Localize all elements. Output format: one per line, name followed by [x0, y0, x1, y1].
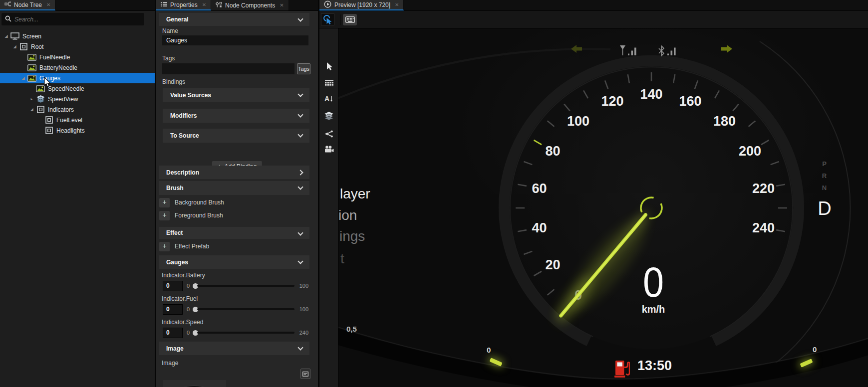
binding-group-value-sources[interactable]: Value Sources: [163, 88, 309, 102]
node-tree: ◢Screen◢RootFuelNeedleBatteryNeedle◢Gaug…: [0, 31, 155, 136]
share-tool-icon[interactable]: [319, 127, 338, 141]
slider-min: 0: [187, 330, 190, 336]
svg-text:160: 160: [679, 94, 701, 109]
section-description[interactable]: Description: [159, 166, 309, 179]
tree-row-screen[interactable]: ◢Screen: [0, 31, 155, 41]
left-gauge-zero: 0: [487, 346, 491, 354]
properties-content: General Name Tags Tags Bindings Value So…: [156, 11, 318, 387]
binding-group-modifiers[interactable]: Modifiers: [163, 109, 309, 123]
tree-expander[interactable]: ◢: [20, 76, 26, 80]
chevron-down-icon: [297, 258, 303, 264]
tree-label: BatteryNeedle: [39, 64, 77, 71]
close-icon[interactable]: ✕: [46, 2, 50, 7]
tags-label: Tags: [162, 55, 175, 62]
slider-indicator-fuel: 00100: [163, 304, 308, 315]
tree-row-gauges[interactable]: ◢Gauges: [0, 73, 155, 83]
turn-left-icon: [571, 44, 582, 56]
tree-row-root[interactable]: ◢Root: [0, 41, 155, 52]
tab-properties[interactable]: Properties ✕: [156, 0, 211, 10]
binding-group-to-source[interactable]: To Source: [163, 129, 309, 143]
slider-track[interactable]: [197, 308, 294, 310]
section-gauges[interactable]: Gauges: [159, 255, 309, 269]
slider-value-field[interactable]: 0: [163, 304, 183, 315]
fuel-pump-icon: [614, 359, 630, 380]
tree-row-batteryneedle[interactable]: BatteryNeedle: [0, 62, 155, 73]
antenna-signal-icon: [620, 44, 642, 59]
close-icon[interactable]: ✕: [202, 2, 206, 7]
image-picker-button[interactable]: [300, 369, 310, 379]
tree-label: FuelNeedle: [39, 54, 70, 61]
empty-node-icon: [43, 116, 54, 124]
slider-value-field[interactable]: 0: [163, 281, 183, 291]
tree-row-fuelneedle[interactable]: FuelNeedle: [0, 52, 155, 62]
slider-label: Indicator.Battery: [162, 272, 205, 279]
tree-expander[interactable]: ◢: [11, 44, 18, 49]
camera-tool-icon[interactable]: [319, 142, 338, 156]
slider-value-field[interactable]: 0: [163, 328, 183, 338]
svg-text:180: 180: [713, 114, 736, 129]
slider-label: Indicator.Speed: [162, 319, 203, 326]
keyboard-tool-button[interactable]: [343, 14, 357, 25]
tree-label: Root: [31, 43, 43, 50]
bindings-label: Bindings: [162, 78, 185, 85]
node-tree-panel: Node Tree ✕ ◢Screen◢RootFuelNeedleBatter…: [0, 0, 155, 387]
select-arrow-icon[interactable]: [319, 59, 338, 73]
tab-node-tree[interactable]: Node Tree ✕: [0, 0, 55, 10]
chevron-down-icon: [297, 230, 303, 235]
preview-canvas[interactable]: 020406080100120140160180200220240 layer …: [338, 28, 868, 387]
tree-expander[interactable]: ◢: [3, 34, 9, 38]
speed-value: 0: [632, 257, 674, 307]
chevron-down-icon: [297, 112, 303, 117]
search-box[interactable]: [1, 13, 144, 25]
section-image[interactable]: Image: [159, 342, 309, 355]
add-foreground-brush-button[interactable]: +: [159, 211, 170, 220]
tree-label: SpeedView: [48, 96, 78, 103]
svg-text:80: 80: [546, 144, 561, 159]
name-label: Name: [162, 27, 178, 34]
section-effect[interactable]: Effect: [159, 227, 309, 239]
search-icon: [5, 15, 11, 24]
layers-tool-icon[interactable]: [319, 109, 338, 123]
tree-row-fuellevel[interactable]: FuelLevel: [0, 115, 155, 125]
tab-preview[interactable]: Preview [1920 x 720] ✕: [319, 0, 404, 10]
close-icon[interactable]: ✕: [395, 2, 399, 7]
empty-node-icon: [35, 106, 46, 113]
close-icon[interactable]: ✕: [280, 2, 284, 8]
tree-row-indicators[interactable]: ◢Indicators: [0, 104, 155, 115]
properties-panel: Properties ✕ Node Components ✕ General N…: [156, 0, 318, 387]
slider-min: 0: [187, 283, 190, 289]
table-icon[interactable]: [319, 76, 338, 90]
tree-row-speedview[interactable]: ▸SpeedView: [0, 94, 155, 104]
text-tool-icon[interactable]: A: [319, 92, 338, 106]
slider-track[interactable]: [197, 285, 294, 287]
slider-track[interactable]: [197, 332, 294, 334]
tree-row-speedneedle[interactable]: SpeedNeedle: [0, 83, 155, 94]
tags-field[interactable]: [162, 63, 294, 74]
mouse-cursor: [44, 77, 51, 90]
menu-fragment: ion: [338, 207, 357, 223]
name-field[interactable]: [162, 35, 308, 45]
preview-toolbar: [319, 11, 868, 28]
group-label: To Source: [170, 132, 199, 139]
tree-expander[interactable]: ▸: [28, 97, 35, 101]
tags-button[interactable]: Tags: [297, 63, 310, 74]
tree-row-headlights[interactable]: Headlights: [0, 125, 155, 136]
tab-label: Node Components: [225, 2, 275, 9]
add-effect-prefab-button[interactable]: +: [159, 242, 170, 251]
add-background-brush-button[interactable]: +: [159, 198, 170, 207]
section-general[interactable]: General: [159, 13, 309, 26]
menu-fragment: layer: [340, 186, 370, 202]
layers-node-icon: [35, 95, 46, 103]
tree-label: Indicators: [48, 106, 74, 113]
tab-node-components[interactable]: Node Components ✕: [211, 0, 289, 10]
menu-fragment: t: [340, 251, 344, 267]
row-label: Foreground Brush: [175, 212, 223, 219]
tree-expander[interactable]: ◢: [28, 107, 35, 112]
section-brush[interactable]: Brush: [159, 181, 309, 195]
tree-label: Headlights: [56, 127, 85, 134]
preview-panel: Preview [1920 x 720] ✕ A: [319, 0, 868, 387]
search-input[interactable]: [14, 16, 141, 23]
image-thumbnail[interactable]: [163, 380, 226, 387]
svg-text:20: 20: [546, 257, 561, 272]
interact-tool-button[interactable]: [321, 13, 334, 25]
